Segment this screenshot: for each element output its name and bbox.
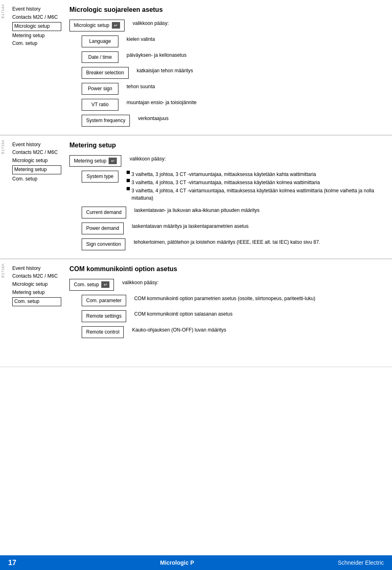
com-parameter-row: Com. parameter COM kommunikointi option … xyxy=(82,295,384,307)
nav-item-contacts-3[interactable]: Contacts M2C / M6C xyxy=(12,273,61,280)
com-setup-box[interactable]: Com. setup ↵ xyxy=(69,279,114,291)
vert-label-3: E1716A xyxy=(1,263,5,278)
system-type-desc: 3 vaihetta, 3 johtoa, 3 CT -virtamuuntaj… xyxy=(127,171,384,203)
power-demand-box[interactable]: Power demand xyxy=(82,223,124,234)
nav-item-event-history-2[interactable]: Event history xyxy=(12,142,61,148)
sign-convention-box[interactable]: Sign convention xyxy=(82,238,125,250)
com-parameter-desc: COM kommunikointi option parametrien ase… xyxy=(134,295,384,302)
section1-main: Micrologic suojareleen asetus Micrologic… xyxy=(65,6,384,131)
nav-item-contacts-1[interactable]: Contacts M2C / M6C xyxy=(12,14,61,21)
breaker-row: Breaker selection katkaisijan tehon määr… xyxy=(82,67,384,79)
bullet-text-3: 3 vaihetta, 4 johtoa, 4 CT -vairtamuunta… xyxy=(131,187,384,202)
sign-convention-row: Sign convention tehokertoimen, pätötehon… xyxy=(82,238,384,250)
micrologic-arrow-icon: ↵ xyxy=(112,22,120,29)
metering-arrow-icon: ↵ xyxy=(109,158,117,164)
remote-settings-row: Remote settings COM kommunikointi option… xyxy=(82,310,384,322)
remote-settings-desc: COM kommunikointi option salasanan asetu… xyxy=(134,310,384,318)
bullet-icon-3 xyxy=(127,187,130,190)
metering-setup-label: Metering setup xyxy=(74,158,106,165)
bullet-text-2: 3 vaihetta, 4 johtoa, 3 CT -virtamuuntaj… xyxy=(131,179,320,186)
datetime-box[interactable]: Date / time xyxy=(82,51,118,63)
nav-item-micrologic-2[interactable]: Micrologic setup xyxy=(12,158,61,164)
bullet-icon-2 xyxy=(127,179,130,182)
system-freq-desc: verkontaajuus xyxy=(138,115,384,122)
section3-title: COM kommunikointi option asetus xyxy=(69,265,384,273)
remote-control-desc: Kauko-ohjauksen (ON-OFF) luvan määritys xyxy=(132,326,384,334)
nav-sidebar-3: Event history Contacts M2C / M6C Microlo… xyxy=(12,265,65,342)
nav-item-event-history-1[interactable]: Event history xyxy=(12,6,61,13)
system-type-row: System type 3 vaihetta, 3 johtoa, 3 CT -… xyxy=(82,171,384,203)
datetime-row: Date / time päiväyksen- ja kellonasetus xyxy=(82,51,384,63)
metering-setup-desc: valikkoon pääsy: xyxy=(129,155,384,163)
language-desc: kielen valinta xyxy=(127,36,384,43)
system-type-box[interactable]: System type xyxy=(82,171,118,183)
current-demand-desc: laskentatavan- ja liukuvan aika-ikkunan … xyxy=(134,207,384,214)
section-micrologic: E1714A Event history Contacts M2C / M6C … xyxy=(0,0,392,135)
micrologic-setup-header-row: Micrologic setup ↵ valikkoon pääsy: xyxy=(69,20,384,31)
current-demand-box[interactable]: Current demand xyxy=(82,207,126,218)
bullet-icon-1 xyxy=(127,171,130,174)
micrologic-setup-desc: valikkoon pääsy: xyxy=(133,20,384,27)
breaker-desc: katkaisijan tehon määritys xyxy=(137,67,384,74)
power-demand-desc: laskentatavan määritys ja laskentaparame… xyxy=(132,223,384,230)
sign-convention-desc: tehokertoimen, pätötehon ja loistehon mä… xyxy=(134,238,384,246)
footer-page-number: 17 xyxy=(8,559,16,567)
power-demand-row: Power demand laskentatavan määritys ja l… xyxy=(82,223,384,234)
section2-title: Metering setup xyxy=(69,142,384,149)
power-sign-desc: tehon suunta xyxy=(127,83,384,90)
nav-sidebar-2: Event history Contacts M2C / M6C Microlo… xyxy=(12,142,65,254)
nav-item-contacts-2[interactable]: Contacts M2C / M6C xyxy=(12,149,61,156)
nav-item-metering-3[interactable]: Metering setup xyxy=(12,289,61,296)
remote-control-row: Remote control Kauko-ohjauksen (ON-OFF) … xyxy=(82,326,384,338)
vert-label-2: E1715A xyxy=(1,140,5,154)
page: E1714A Event history Contacts M2C / M6C … xyxy=(0,0,392,570)
section1-title: Micrologic suojareleen asetus xyxy=(69,6,384,13)
breaker-box[interactable]: Breaker selection xyxy=(82,67,129,79)
bullet-row-2: 3 vaihetta, 4 johtoa, 3 CT -virtamuuntaj… xyxy=(127,179,384,186)
system-freq-row: System frequency verkontaajuus xyxy=(82,115,384,127)
nav-item-com-1[interactable]: Com. setup xyxy=(12,40,61,47)
com-parameter-box[interactable]: Com. parameter xyxy=(82,295,126,307)
com-setup-desc: valikkoon pääsy: xyxy=(122,279,384,286)
section-com: E1716A Event history Contacts M2C / M6C … xyxy=(0,259,392,367)
language-box[interactable]: Language xyxy=(82,36,118,47)
section2-indent-rows: System type 3 vaihetta, 3 johtoa, 3 CT -… xyxy=(82,171,384,250)
metering-setup-header-row: Metering setup ↵ valikkoon pääsy: xyxy=(69,155,384,167)
nav-item-com-2[interactable]: Com. setup xyxy=(12,176,61,183)
power-sign-row: Power sign tehon suunta xyxy=(82,83,384,95)
vt-ratio-row: VT ratio muuntajan ensio- ja toisiojänni… xyxy=(82,99,384,111)
current-demand-row: Current demand laskentatavan- ja liukuva… xyxy=(82,207,384,218)
nav-item-metering-2[interactable]: Metering setup xyxy=(12,165,61,174)
vert-label-1: E1714A xyxy=(1,4,5,18)
com-arrow-icon: ↵ xyxy=(101,281,109,288)
system-freq-box[interactable]: System frequency xyxy=(82,115,130,127)
footer-bar: 17 Micrologic P Schneider Electric xyxy=(0,555,392,570)
nav-item-event-history-3[interactable]: Event history xyxy=(12,265,61,272)
vt-ratio-box[interactable]: VT ratio xyxy=(82,99,118,111)
section3-indent-rows: Com. parameter COM kommunikointi option … xyxy=(82,295,384,338)
datetime-desc: päiväyksen- ja kellonasetus xyxy=(127,51,384,59)
vt-ratio-desc: muuntajan ensio- ja toisiojännite xyxy=(127,99,384,106)
section2-main: Metering setup Metering setup ↵ valikkoo… xyxy=(65,142,384,254)
metering-setup-box[interactable]: Metering setup ↵ xyxy=(69,155,121,167)
footer-brand: Schneider Electric xyxy=(338,559,384,566)
nav-item-metering-1[interactable]: Metering setup xyxy=(12,33,61,39)
micrologic-setup-label: Micrologic setup xyxy=(74,22,109,29)
remote-control-box[interactable]: Remote control xyxy=(82,326,124,338)
nav-sidebar-1: Event history Contacts M2C / M6C Microlo… xyxy=(12,6,65,131)
bullet-row-1: 3 vaihetta, 3 johtoa, 3 CT -virtamuuntaj… xyxy=(127,171,384,178)
bullet-row-3: 3 vaihetta, 4 johtoa, 4 CT -vairtamuunta… xyxy=(127,187,384,202)
section-metering: E1715A Event history Contacts M2C / M6C … xyxy=(0,135,392,259)
section3-main: COM kommunikointi option asetus Com. set… xyxy=(65,265,384,342)
nav-item-micrologic-1[interactable]: Micrologic setup xyxy=(12,22,61,31)
bullet-text-1: 3 vaihetta, 3 johtoa, 3 CT -virtamuuntaj… xyxy=(131,171,316,178)
footer-title: Micrologic P xyxy=(160,559,194,566)
nav-item-com-3[interactable]: Com. setup xyxy=(12,297,61,306)
language-row: Language kielen valinta xyxy=(82,36,384,47)
power-sign-box[interactable]: Power sign xyxy=(82,83,118,95)
com-setup-header-row: Com. setup ↵ valikkoon pääsy: xyxy=(69,279,384,291)
nav-item-micrologic-3[interactable]: Micrologic setup xyxy=(12,281,61,288)
micrologic-setup-box[interactable]: Micrologic setup ↵ xyxy=(69,20,125,31)
com-setup-label: Com. setup xyxy=(74,281,99,288)
remote-settings-box[interactable]: Remote settings xyxy=(82,310,126,322)
